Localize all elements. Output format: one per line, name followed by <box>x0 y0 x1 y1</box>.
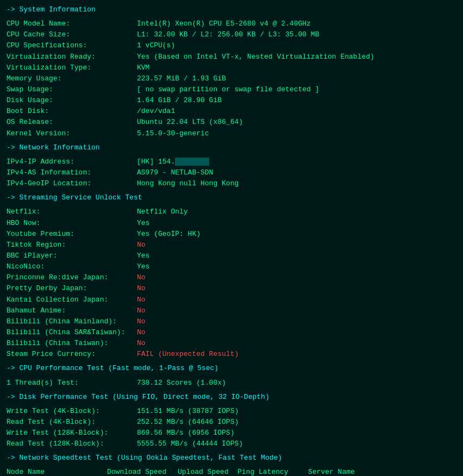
network-header: -> Network Information <box>7 142 456 153</box>
table-row: Virtualization Type:KVM <box>7 62 456 73</box>
table-row: 1 Thread(s) Test:738.12 Scores (1.00x) <box>7 378 456 389</box>
system-header: -> System Information <box>7 4 456 15</box>
terminal-output: -> System Information CPU Model Name:Int… <box>7 4 456 476</box>
table-row: Princonne Re:dive Japan:No <box>7 272 456 283</box>
table-row: CPU Cache Size:L1: 32.00 KB / L2: 256.00… <box>7 29 456 40</box>
table-row: Bilibili (China Taiwan):No <box>7 338 456 349</box>
table-row: BBC iPlayer:Yes <box>7 250 456 261</box>
table-row: IPv4-IP Address:[HK] 154.■■■■■■■■ <box>7 156 456 167</box>
disk-perf-table: Write Test (4K-Block):151.51 MB/s (38787… <box>7 406 456 450</box>
table-row: Kantai Collection Japan:No <box>7 295 456 305</box>
disk-perf-header: -> Disk Performance Test (Using FIO, Dir… <box>7 392 456 403</box>
speedtest-header: -> Network Speedtest Test (Using Ookla S… <box>7 453 456 464</box>
speedtest-header-row: Node NameDownload SpeedUpload SpeedPing … <box>7 467 456 476</box>
table-row: Write Test (128K-Block):869.56 MB/s (695… <box>7 428 456 439</box>
table-row: Memory Usage:223.57 MiB / 1.93 GiB <box>7 73 456 84</box>
streaming-table: Netflix:Netflix OnlyHBO Now:YesYoutube P… <box>7 206 456 360</box>
table-row: Virtualization Ready:Yes (Based on Intel… <box>7 52 456 62</box>
table-row: NicoNico:Yes <box>7 261 456 272</box>
table-row: Swap Usage:[ no swap partition or swap f… <box>7 84 456 95</box>
table-row: Netflix:Netflix Only <box>7 206 456 217</box>
table-row: Read Test (128K-Block):5555.55 MB/s (444… <box>7 439 456 449</box>
system-table: CPU Model Name:Intel(R) Xeon(R) CPU E5-2… <box>7 18 456 139</box>
table-row: Kernel Version:5.15.0-30-generic <box>7 128 456 139</box>
streaming-header: -> Streaming Service Unlock Test <box>7 192 456 203</box>
cpu-perf-header: -> CPU Performance Test (Fast mode, 1-Pa… <box>7 363 456 374</box>
table-row: CPU Specifications:1 vCPU(s) <box>7 40 456 51</box>
table-row: IPv4-GeoIP Location:Hong Kong null Hong … <box>7 178 456 189</box>
table-row: IPv4-AS Information:AS979 - NETLAB-SDN <box>7 167 456 178</box>
table-row: Bilibili (China Mainland):No <box>7 316 456 327</box>
table-row: Pretty Derby Japan:No <box>7 283 456 294</box>
table-row: OS Release:Ubuntu 22.04 LTS (x86_64) <box>7 117 456 128</box>
table-row: CPU Model Name:Intel(R) Xeon(R) CPU E5-2… <box>7 18 456 29</box>
table-row: Bilibili (China SAR&Taiwan):No <box>7 327 456 338</box>
table-row: Disk Usage:1.64 GiB / 28.90 GiB <box>7 95 456 106</box>
cpu-perf-table: 1 Thread(s) Test:738.12 Scores (1.00x) <box>7 378 456 389</box>
table-row: Tiktok Region:No <box>7 240 456 250</box>
table-row: Bahamut Anime:No <box>7 305 456 316</box>
table-row: HBO Now:Yes <box>7 218 456 229</box>
table-row: Steam Price Currency:FAIL (Unexpected Re… <box>7 349 456 360</box>
speedtest-table: Node NameDownload SpeedUpload SpeedPing … <box>7 467 456 476</box>
table-row: Read Test (4K-Block):252.52 MB/s (64646 … <box>7 417 456 428</box>
table-row: Write Test (4K-Block):151.51 MB/s (38787… <box>7 406 456 417</box>
table-row: Youtube Premium:Yes (GeoIP: HK) <box>7 229 456 240</box>
network-table: IPv4-IP Address:[HK] 154.■■■■■■■■IPv4-AS… <box>7 156 456 189</box>
table-row: Boot Disk:/dev/vda1 <box>7 106 456 117</box>
